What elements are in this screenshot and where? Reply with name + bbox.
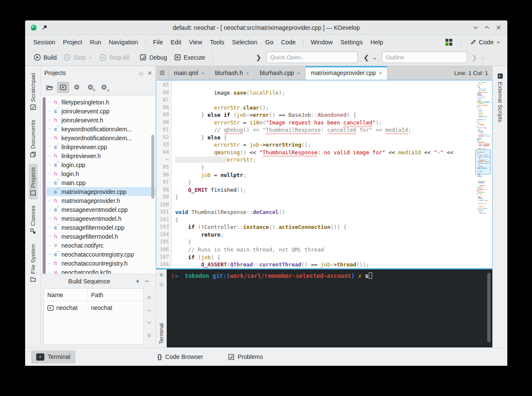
tree-item-neochataccountregistry-h[interactable]: hneochataccountregistry.h: [46, 259, 156, 268]
menu-item-help[interactable]: Help: [367, 37, 387, 48]
column-header-name[interactable]: Name: [44, 289, 88, 301]
tree-item-messageeventmodel-h[interactable]: hmessageeventmodel.h: [46, 214, 156, 223]
editor-tab-blurhash-cpp[interactable]: blurhash.cpp×: [254, 66, 306, 80]
tree-item-login-h[interactable]: hlogin.h: [46, 169, 156, 178]
run-configuration-icon[interactable]: [57, 82, 69, 93]
sidebar-item-classes[interactable]: Classes: [29, 202, 38, 238]
minimize-icon[interactable]: [473, 25, 478, 30]
menu-item-window[interactable]: Window: [307, 37, 337, 48]
move-down-icon[interactable]: [146, 321, 152, 324]
tree-item-messagefiltermodel-cpp[interactable]: c··messagefiltermodel.cpp: [46, 223, 156, 232]
tree-item-joinrulesevent-h[interactable]: hjoinrulesevent.h: [46, 116, 156, 124]
tree-item-keywordnotificationrulem[interactable]: c··keywordnotificationrulem...: [46, 124, 156, 133]
menu-item-run[interactable]: Run: [86, 37, 105, 48]
float-icon[interactable]: ◇: [139, 70, 143, 76]
open-project-icon[interactable]: [43, 82, 55, 93]
line-number: 88: [156, 104, 172, 112]
terminal-scrollbar[interactable]: [487, 273, 491, 342]
working-area-icon[interactable]: [445, 39, 452, 46]
close-icon[interactable]: ✕: [147, 70, 152, 76]
editor-tab-blurhash-h[interactable]: blurhash.h×: [210, 66, 254, 80]
quick-open-forward-button[interactable]: ❯: [254, 54, 263, 61]
outline-back-button[interactable]: ❮: [362, 54, 371, 61]
sidebar-item-file-system[interactable]: File System: [29, 240, 38, 286]
tree-item-matriximageprovider-cpp[interactable]: c··matriximageprovider.cpp: [46, 187, 156, 196]
tree-item-linkpreviewer-cpp[interactable]: c··linkpreviewer.cpp: [46, 142, 156, 151]
bottom-tab-problems[interactable]: Problems: [223, 350, 268, 363]
menu-item-go[interactable]: Go: [261, 37, 277, 48]
menu-item-settings[interactable]: Settings: [337, 37, 367, 48]
tree-item-matriximageprovider-h[interactable]: hmatriximageprovider.h: [46, 196, 156, 205]
document-list-icon[interactable]: [156, 66, 169, 80]
build-button[interactable]: Build: [30, 52, 60, 63]
menu-item-project[interactable]: Project: [59, 37, 86, 48]
titlebar[interactable]: default: neochat - [ neochat:src/matrixi…: [25, 20, 507, 35]
bottom-tab-code-browser[interactable]: {}Code Browser: [152, 350, 208, 363]
editor-tab-matriximageprovider-cpp[interactable]: matriximageprovider.cpp×: [306, 66, 387, 80]
maximize-icon[interactable]: [484, 25, 490, 30]
close-icon[interactable]: [496, 25, 501, 30]
move-bottom-icon[interactable]: [146, 333, 152, 338]
quick-open-input[interactable]: [266, 52, 358, 63]
debug-button[interactable]: Debug: [136, 52, 170, 63]
menu-item-file[interactable]: File: [149, 37, 167, 48]
bottom-tab-terminal[interactable]: >Terminal: [31, 350, 75, 364]
close-tab-icon[interactable]: ×: [246, 70, 249, 76]
sidebar-item-external-scripts[interactable]: External Scripts: [496, 70, 505, 125]
tree-item-joinrulesevent-cpp[interactable]: c··joinrulesevent.cpp: [46, 107, 156, 116]
move-top-icon[interactable]: [146, 295, 152, 300]
code-line-text: Q_ASSERT(QThread::currentThread() == job…: [172, 261, 369, 269]
build-settings-icon[interactable]: ⚙↻: [84, 82, 96, 93]
tree-item-keywordnotificationrulem[interactable]: hkeywordnotificationrulem...: [46, 133, 156, 142]
code-text[interactable]: 85 86 image.save(localFile);87 88 errorS…: [156, 81, 492, 268]
tree-item-messagefiltermodel-h[interactable]: hmessagefiltermodel.h: [46, 232, 156, 241]
close-tab-icon[interactable]: ×: [297, 70, 301, 76]
code-view[interactable]: 85 86 image.save(localFile);87 88 errorS…: [156, 80, 492, 269]
project-settings-icon[interactable]: ⚙a: [98, 82, 110, 93]
editor-area: main.qml×blurhash.h×blurhash.cpp×matrixi…: [156, 66, 492, 347]
tree-scrollbar[interactable]: [151, 135, 154, 199]
outline-more-button[interactable]: ⌄: [479, 54, 487, 61]
close-icon[interactable]: ✕: [159, 272, 163, 278]
table-row[interactable]: neochatneochat: [44, 301, 143, 314]
close-tab-icon[interactable]: ×: [201, 70, 205, 76]
execute-button[interactable]: Execute: [171, 52, 209, 63]
menu-item-session[interactable]: Session: [29, 37, 59, 48]
editor-tab-main-qml[interactable]: main.qml×: [169, 66, 210, 80]
tree-item-neochat-notifyrc[interactable]: ≡neochat.notifyrc: [46, 241, 156, 250]
column-header-path[interactable]: Path: [88, 292, 107, 298]
menu-item-view[interactable]: View: [185, 37, 206, 48]
tree-item-filetypesingleton-h[interactable]: hfiletypesingleton.h: [46, 98, 156, 107]
menu-item-code[interactable]: Code: [277, 37, 300, 48]
code-line-text: } else {: [172, 134, 227, 142]
menu-item-selection[interactable]: Selection: [228, 37, 261, 48]
add-build-item-button[interactable]: +: [133, 277, 142, 285]
move-up-icon[interactable]: [146, 309, 152, 312]
tree-item-neochatconfig-kcfg[interactable]: φneochatconfig.kcfg: [46, 268, 156, 274]
outline-forward-button[interactable]: ❯: [470, 54, 479, 61]
float-icon[interactable]: ◇: [159, 281, 163, 287]
outline-input[interactable]: [382, 52, 467, 63]
menu-item-edit[interactable]: Edit: [167, 37, 185, 48]
remove-build-item-button[interactable]: −: [142, 277, 151, 285]
sidebar-item-documents[interactable]: Documents: [29, 116, 38, 161]
tree-item-neochataccountregistry-cpp[interactable]: c··neochataccountregistry.cpp: [46, 250, 156, 259]
close-tab-icon[interactable]: ×: [379, 70, 382, 76]
tree-item-main-cpp[interactable]: c··main.cpp: [46, 178, 156, 187]
menu-item-navigation[interactable]: Navigation: [105, 37, 142, 48]
perspective-selector[interactable]: Code: [468, 37, 503, 47]
pin-icon[interactable]: [41, 25, 47, 31]
stop-all-button[interactable]: Stop All: [96, 52, 133, 63]
sidebar-item-scratchpad[interactable]: Scratchpad: [29, 69, 38, 114]
terminal-screen[interactable]: !→ tokodon git:(work/carl/remember-selec…: [167, 269, 492, 347]
tree-item-login-cpp[interactable]: c··login.cpp: [46, 160, 156, 169]
tree-item-messageeventmodel-cpp[interactable]: c··messageeventmodel.cpp: [46, 205, 156, 214]
configure-icon[interactable]: ⚙: [71, 82, 83, 93]
menu-item-tools[interactable]: Tools: [206, 37, 228, 48]
sidebar-item-projects[interactable]: Projects: [29, 164, 38, 200]
outline-dropdown-button[interactable]: ⌄: [370, 54, 379, 61]
minimap[interactable]: [477, 82, 490, 266]
tree-item-linkpreviewer-h[interactable]: hlinkpreviewer.h: [46, 151, 156, 160]
stop-button[interactable]: Stop: [60, 52, 96, 63]
minimap-viewport[interactable]: [475, 150, 491, 174]
